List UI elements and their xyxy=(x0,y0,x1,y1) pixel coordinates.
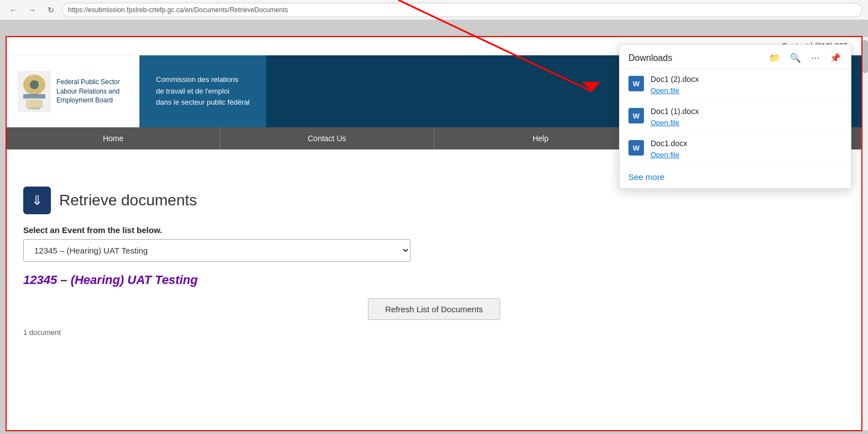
downloads-title: Downloads xyxy=(628,53,672,63)
nav-item-contact[interactable]: Contact Us xyxy=(220,127,434,149)
open-file-link-1[interactable]: Open file xyxy=(651,86,679,95)
download-item: W Doc1 (1).docx Open file xyxy=(620,101,851,133)
pin-icon[interactable]: 📌 xyxy=(829,51,842,64)
select-label: Select an Event from the list below. xyxy=(23,225,845,235)
svg-rect-4 xyxy=(23,94,45,99)
more-icon[interactable]: ⋯ xyxy=(810,51,821,64)
download-info: Doc1 (1).docx Open file xyxy=(651,107,842,127)
org-name: Federal Public Sector Labour Relations a… xyxy=(56,78,120,105)
downloads-header: Downloads 📁 🔍 ⋯ 📌 xyxy=(620,45,851,69)
refresh-button[interactable]: Refresh List of Documents xyxy=(368,298,500,320)
scrollbar[interactable] xyxy=(861,37,868,430)
commission-text: Commission des relations de travail et d… xyxy=(156,74,250,108)
main-content: ⇓ Retrieve documents Select an Event fro… xyxy=(7,175,861,348)
nav-item-home[interactable]: Home xyxy=(7,127,220,149)
address-bar[interactable] xyxy=(62,3,862,17)
download-filename: Doc1.docx xyxy=(651,139,842,148)
search-icon[interactable]: 🔍 xyxy=(789,51,802,64)
download-item: W Doc1 (2).docx Open file xyxy=(620,69,851,101)
word-doc-icon: W xyxy=(628,76,644,91)
coat-of-arms-icon: CANADA xyxy=(18,71,51,112)
svg-point-6 xyxy=(30,80,39,89)
word-doc-icon: W xyxy=(628,140,644,156)
forward-button[interactable]: → xyxy=(24,2,40,18)
downloads-panel: Downloads 📁 🔍 ⋯ 📌 W Doc1 (2).docx Open f… xyxy=(619,44,851,189)
browser-nav-bar: ← → ↻ xyxy=(0,0,868,20)
refresh-section: Refresh List of Documents xyxy=(23,298,845,320)
header-middle: Commission des relations de travail et d… xyxy=(139,55,266,127)
refresh-nav-button[interactable]: ↻ xyxy=(43,2,59,18)
word-doc-icon: W xyxy=(628,108,644,123)
page-title: Retrieve documents xyxy=(59,192,197,209)
see-more-link[interactable]: See more xyxy=(620,166,851,188)
folder-icon[interactable]: 📁 xyxy=(768,51,781,64)
download-filename: Doc1 (2).docx xyxy=(651,75,842,84)
header-left: CANADA Federal Public Sector Labour Rela… xyxy=(7,55,139,127)
retrieve-docs-icon: ⇓ xyxy=(23,187,51,214)
svg-text:CANADA: CANADA xyxy=(29,107,41,110)
doc-count: 1 document xyxy=(23,328,845,337)
open-file-link-2[interactable]: Open file xyxy=(651,118,679,127)
downloads-toolbar: 📁 🔍 ⋯ 📌 xyxy=(768,51,842,64)
back-button[interactable]: ← xyxy=(6,2,21,18)
open-file-link-3[interactable]: Open file xyxy=(651,151,679,159)
event-dropdown[interactable]: 12345 – (Hearing) UAT Testing xyxy=(23,239,410,262)
download-info: Doc1 (2).docx Open file xyxy=(651,75,842,95)
download-info: Doc1.docx Open file xyxy=(651,139,842,159)
page-title-section: ⇓ Retrieve documents xyxy=(23,187,845,214)
nav-item-help[interactable]: Help xyxy=(434,127,648,149)
scrollbar-thumb[interactable] xyxy=(862,40,868,73)
download-item: W Doc1.docx Open file xyxy=(620,133,851,166)
event-heading: 12345 – (Hearing) UAT Testing xyxy=(23,273,845,287)
download-filename: Doc1 (1).docx xyxy=(651,107,842,116)
